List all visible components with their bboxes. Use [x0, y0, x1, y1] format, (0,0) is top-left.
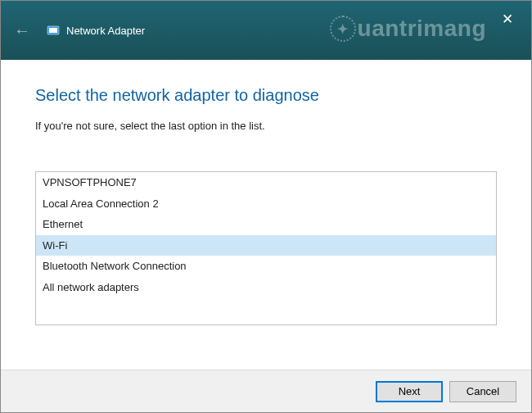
- troubleshooter-window: ← Network Adapter ✕ ✦ uantrimang Select …: [0, 0, 532, 413]
- window-title: Network Adapter: [66, 25, 145, 37]
- network-adapter-icon: [47, 24, 60, 37]
- cancel-button[interactable]: Cancel: [449, 381, 516, 402]
- close-icon[interactable]: ✕: [495, 9, 520, 30]
- page-subtext: If you're not sure, select the last opti…: [35, 120, 497, 132]
- adapter-listbox[interactable]: VPNSOFTPHONE7 Local Area Connection 2 Et…: [35, 171, 497, 325]
- list-item[interactable]: Bluetooth Network Connection: [36, 256, 496, 277]
- list-item[interactable]: All network adapters: [36, 277, 496, 298]
- titlebar: ← Network Adapter ✕ ✦ uantrimang: [1, 1, 531, 60]
- button-bar: Next Cancel: [1, 370, 531, 412]
- content-area: Select the network adapter to diagnose I…: [1, 60, 531, 370]
- svg-rect-1: [49, 28, 57, 33]
- list-item[interactable]: VPNSOFTPHONE7: [36, 172, 496, 193]
- list-item[interactable]: Wi-Fi: [36, 235, 496, 256]
- bulb-icon: ✦: [330, 16, 356, 42]
- watermark-text: uantrimang: [358, 16, 486, 42]
- page-heading: Select the network adapter to diagnose: [35, 86, 497, 105]
- watermark: ✦ uantrimang: [330, 16, 486, 42]
- back-arrow-icon[interactable]: ←: [14, 21, 30, 40]
- next-button[interactable]: Next: [376, 381, 443, 402]
- list-item[interactable]: Ethernet: [36, 214, 496, 235]
- list-item[interactable]: Local Area Connection 2: [36, 193, 496, 215]
